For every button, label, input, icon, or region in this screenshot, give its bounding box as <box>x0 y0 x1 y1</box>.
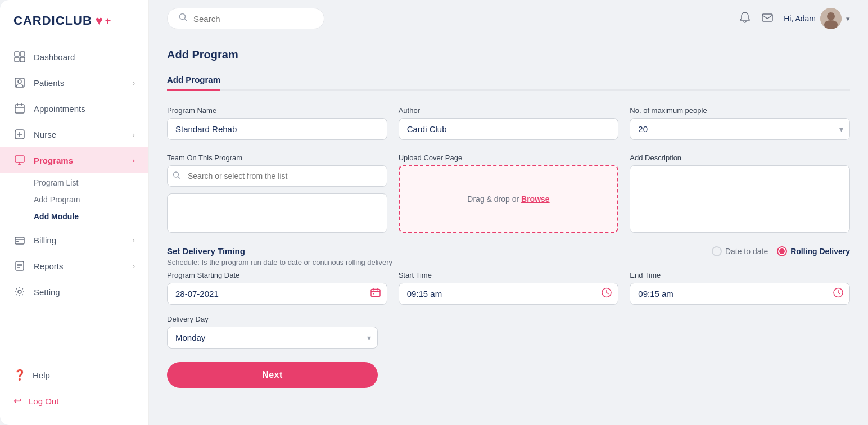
upload-box[interactable]: Drag & drop or Browse <box>399 165 619 233</box>
svg-rect-0 <box>15 52 19 56</box>
sidebar-item-billing[interactable]: Billing › <box>0 227 148 253</box>
help-item[interactable]: ❓ Help <box>13 364 135 386</box>
next-button[interactable]: Next <box>167 362 378 388</box>
header-right: Hi, Adam ▾ <box>739 8 850 29</box>
description-label: Add Description <box>630 153 850 162</box>
sidebar-bottom: ❓ Help ↩ Log Out <box>0 355 148 425</box>
max-people-select[interactable]: 20 30 40 50 <box>630 118 850 140</box>
sidebar-item-label: Nurse <box>34 130 56 139</box>
search-input[interactable] <box>193 14 313 24</box>
search-icon <box>179 13 188 24</box>
chevron-right-icon: › <box>133 262 135 270</box>
toggle-rolling-delivery[interactable]: Rolling Delivery <box>777 246 850 256</box>
form-row-1: Program Name Author No. of maximum peopl… <box>167 106 850 140</box>
description-group: Add Description <box>630 153 850 233</box>
start-time-input[interactable] <box>399 283 619 305</box>
svg-rect-9 <box>15 237 24 244</box>
date-time-row: Program Starting Date Start Time <box>167 271 850 305</box>
delivery-day-select[interactable]: Monday Tuesday Wednesday Thursday Friday… <box>167 327 378 349</box>
help-label: Help <box>33 370 50 380</box>
sidebar-item-patients[interactable]: Patients › <box>0 70 148 96</box>
svg-rect-14 <box>762 14 772 21</box>
team-search-wrap <box>167 165 387 187</box>
program-name-label: Program Name <box>167 106 387 115</box>
author-group: Author <box>399 106 619 140</box>
start-time-input-wrap <box>399 283 619 305</box>
sidebar-item-programs[interactable]: Programs › <box>0 147 148 173</box>
start-time-group: Start Time <box>399 271 619 305</box>
team-search-input[interactable] <box>167 165 387 187</box>
delivery-day-select-wrap: Monday Tuesday Wednesday Thursday Friday… <box>167 327 378 349</box>
delivery-timing-text: Set Delivery Timing Schedule: Is the pro… <box>167 246 392 266</box>
setting-icon <box>13 286 26 298</box>
sidebar-item-label: Appointments <box>34 104 85 114</box>
svg-rect-6 <box>15 105 24 113</box>
author-input[interactable] <box>399 118 619 140</box>
delivery-section-subtitle: Schedule: Is the program run date to dat… <box>167 258 392 266</box>
end-time-group: End Time <box>630 271 850 305</box>
max-people-label: No. of maximum people <box>630 106 850 115</box>
form-row-2: Team On This Program Upload Cover Page <box>167 153 850 233</box>
patients-icon <box>13 76 26 89</box>
program-name-input[interactable] <box>167 118 387 140</box>
user-avatar <box>820 8 842 29</box>
radio-rolling[interactable] <box>777 246 787 256</box>
logo: CARDICLUB ♥ + <box>0 0 148 39</box>
svg-point-12 <box>18 290 21 293</box>
content-area: Add Program Add Program Program Name Aut… <box>149 37 868 425</box>
sidebar-item-appointments[interactable]: Appointments <box>0 96 148 121</box>
svg-rect-1 <box>20 52 25 56</box>
programs-sub-nav: Program List Add Program Add Module <box>0 173 148 227</box>
mail-icon[interactable] <box>761 11 774 26</box>
search-bar[interactable] <box>167 8 324 29</box>
user-info[interactable]: Hi, Adam ▾ <box>784 8 850 29</box>
team-label: Team On This Program <box>167 153 387 162</box>
start-date-label: Program Starting Date <box>167 271 387 279</box>
end-time-input[interactable] <box>630 283 850 305</box>
end-time-input-wrap <box>630 283 850 305</box>
program-name-group: Program Name <box>167 106 387 140</box>
chevron-right-icon: › <box>133 79 135 87</box>
svg-rect-3 <box>20 57 25 62</box>
logout-label: Log Out <box>29 396 58 406</box>
svg-rect-10 <box>16 241 19 242</box>
rolling-delivery-label: Rolling Delivery <box>790 247 850 256</box>
dashboard-icon <box>13 51 26 63</box>
header: Hi, Adam ▾ <box>149 0 868 37</box>
description-textarea[interactable] <box>630 165 850 233</box>
logout-item[interactable]: ↩ Log Out <box>13 390 135 412</box>
nurse-icon <box>13 128 26 141</box>
sidebar-item-setting[interactable]: Setting <box>0 279 148 305</box>
main-content: Hi, Adam ▾ Add Program Add Program Progr… <box>149 0 868 425</box>
help-icon: ❓ <box>13 369 26 381</box>
start-date-input[interactable] <box>167 283 387 305</box>
delivery-day-group: Delivery Day Monday Tuesday Wednesday Th… <box>167 315 378 349</box>
sidebar-item-add-program[interactable]: Add Program <box>34 191 148 208</box>
sidebar-item-program-list[interactable]: Program List <box>34 174 148 191</box>
max-people-select-wrap: 20 30 40 50 ▾ <box>630 118 850 140</box>
appointments-icon <box>13 102 26 115</box>
tab-add-program[interactable]: Add Program <box>167 70 220 91</box>
sidebar-item-reports[interactable]: Reports › <box>0 253 148 279</box>
sidebar: CARDICLUB ♥ + Dashboard <box>0 0 149 425</box>
team-search-icon <box>173 171 180 181</box>
upload-drag-text: Drag & drop or Browse <box>467 195 549 204</box>
sidebar-item-nurse[interactable]: Nurse › <box>0 121 148 147</box>
delivery-section-title: Set Delivery Timing <box>167 246 392 256</box>
team-list-box <box>167 193 387 233</box>
date-to-date-label: Date to date <box>725 247 768 256</box>
sidebar-item-label: Setting <box>34 287 60 297</box>
page-title: Add Program <box>167 48 850 61</box>
sidebar-item-dashboard[interactable]: Dashboard <box>0 44 148 70</box>
notification-icon[interactable] <box>739 11 751 26</box>
author-label: Author <box>399 106 619 115</box>
sidebar-item-add-module[interactable]: Add Module <box>34 208 148 225</box>
delivery-day-label: Delivery Day <box>167 315 378 323</box>
end-time-label: End Time <box>630 271 850 279</box>
radio-date-to-date[interactable] <box>712 246 722 256</box>
toggle-date-to-date[interactable]: Date to date <box>712 246 768 256</box>
upload-browse-link[interactable]: Browse <box>521 195 550 204</box>
svg-rect-8 <box>15 156 24 162</box>
delivery-timing-header: Set Delivery Timing Schedule: Is the pro… <box>167 246 850 266</box>
user-greeting: Hi, Adam <box>784 14 816 23</box>
